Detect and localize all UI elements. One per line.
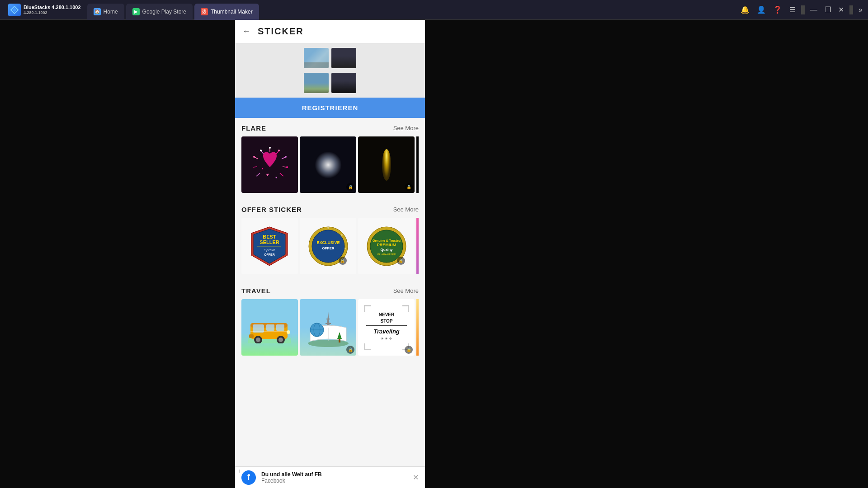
svg-text:GUARANTEED: GUARANTEED bbox=[377, 253, 396, 256]
menu-icon[interactable]: ☰ bbox=[788, 4, 797, 16]
city-container: 🔒 bbox=[300, 299, 356, 356]
offer-see-more[interactable]: See More bbox=[393, 206, 419, 213]
svg-text:NEVER: NEVER bbox=[378, 312, 394, 317]
svg-rect-60 bbox=[339, 339, 340, 343]
svg-line-10 bbox=[256, 173, 260, 176]
scroll-content[interactable]: FLARE See More bbox=[235, 118, 425, 488]
svg-text:BEST: BEST bbox=[263, 234, 276, 239]
svg-rect-46 bbox=[249, 334, 254, 338]
back-button[interactable]: ← bbox=[242, 27, 250, 36]
bluestacks-version: 4.280.1.1002 bbox=[24, 10, 81, 15]
offer-sticker-partial[interactable] bbox=[416, 218, 419, 274]
tab-home[interactable]: 🏠 Home bbox=[87, 4, 124, 20]
register-button[interactable]: REGISTRIEREN bbox=[235, 98, 425, 118]
section-flare: FLARE See More bbox=[235, 118, 425, 193]
svg-text:✈ ✈ ✈: ✈ ✈ ✈ bbox=[381, 337, 392, 341]
bluestacks-icon bbox=[8, 4, 21, 16]
main-area: ← STICKER REGISTRIEREN FLARE See More bbox=[0, 20, 868, 488]
photo-thumb-3[interactable] bbox=[304, 73, 329, 93]
bestseller-badge: BEST SELLER Special OFFER bbox=[250, 226, 289, 267]
svg-point-14 bbox=[286, 166, 288, 168]
divider bbox=[801, 5, 805, 14]
quality-lock: 🔒 bbox=[397, 257, 405, 265]
home-tab-icon: 🏠 bbox=[94, 8, 101, 15]
svg-text:EXCLUSIVE: EXCLUSIVE bbox=[316, 240, 340, 245]
flare-sticker-partial[interactable] bbox=[416, 136, 419, 193]
photo-thumb-2[interactable] bbox=[331, 48, 356, 68]
city-lock: 🔒 bbox=[346, 346, 354, 354]
white-glow-effect bbox=[315, 151, 342, 178]
svg-text:OFFER: OFFER bbox=[264, 253, 275, 256]
van-container bbox=[248, 312, 291, 343]
restore-button[interactable]: ❐ bbox=[823, 4, 833, 16]
tab-thumbnail-maker[interactable]: 🖼 Thumbnail Maker bbox=[194, 4, 259, 20]
travel-partial-content bbox=[416, 299, 419, 356]
flare-sticker-yellow-glow[interactable]: 🔒 bbox=[358, 136, 415, 193]
svg-point-31 bbox=[344, 248, 346, 249]
page-title: STICKER bbox=[258, 26, 304, 37]
photo-row-2 bbox=[240, 73, 420, 93]
svg-text:OFFER: OFFER bbox=[322, 246, 334, 250]
svg-text:STOP: STOP bbox=[380, 319, 392, 324]
photo-thumb-4[interactable] bbox=[331, 73, 356, 93]
close-button[interactable]: ✕ bbox=[836, 4, 846, 16]
offer-sticker-quality[interactable]: Genuine & Trusted PREMIUM Quality GUARAN… bbox=[358, 218, 415, 274]
svg-rect-55 bbox=[326, 323, 331, 324]
travel-sticker-partial[interactable] bbox=[416, 299, 419, 356]
minimize-button[interactable]: — bbox=[808, 4, 819, 16]
svg-point-13 bbox=[285, 156, 287, 158]
svg-point-11 bbox=[269, 147, 271, 149]
tab-thumbnail-maker-label: Thumbnail Maker bbox=[211, 9, 253, 15]
svg-point-48 bbox=[256, 338, 260, 342]
notification-icon[interactable]: 🔔 bbox=[739, 4, 751, 16]
facebook-icon: f bbox=[241, 470, 256, 485]
svg-text:♥: ♥ bbox=[275, 176, 277, 179]
svg-text:Genuine & Trusted: Genuine & Trusted bbox=[372, 239, 400, 242]
offer-sticker-exclusive[interactable]: EXCLUSIVE OFFER 🔒 bbox=[300, 218, 356, 274]
offer-sticker-bestseller[interactable]: BEST SELLER Special OFFER bbox=[241, 218, 298, 274]
ad-close-button[interactable]: ✕ bbox=[413, 473, 419, 482]
ad-banner: i f Du und alle Welt auf FB Facebook ✕ bbox=[235, 466, 425, 488]
flare-sticker-white-glow[interactable]: 🔒 bbox=[300, 136, 356, 193]
left-background bbox=[0, 20, 235, 488]
photo-thumb-1[interactable] bbox=[304, 48, 329, 68]
offer-title: OFFER STICKER bbox=[241, 206, 302, 213]
svg-rect-44 bbox=[266, 324, 274, 331]
svg-text:Special: Special bbox=[264, 249, 275, 252]
tab-google-play[interactable]: ▶ Google Play Store bbox=[126, 4, 193, 20]
travel-title: TRAVEL bbox=[241, 287, 271, 295]
van-svg bbox=[248, 312, 291, 343]
flare-sticker-fireworks[interactable]: ♥ ♥ ♥ bbox=[241, 136, 298, 193]
svg-point-29 bbox=[327, 227, 329, 229]
svg-text:♥: ♥ bbox=[262, 167, 264, 170]
offer-header: OFFER STICKER See More bbox=[241, 206, 419, 213]
svg-point-15 bbox=[260, 150, 262, 151]
text-lock: 🔒 bbox=[405, 346, 413, 354]
bluestacks-name: BlueStacks 4.280.1.1002 bbox=[24, 5, 81, 10]
lock-icon: 🔒 bbox=[346, 183, 354, 191]
svg-text:PREMIUM: PREMIUM bbox=[377, 243, 396, 247]
travel-sticker-van[interactable] bbox=[241, 299, 298, 356]
travel-sticker-city[interactable]: 🔒 bbox=[300, 299, 356, 356]
bestseller-svg: BEST SELLER Special OFFER bbox=[250, 226, 289, 267]
tab-home-label: Home bbox=[104, 9, 118, 15]
tab-google-play-label: Google Play Store bbox=[142, 9, 186, 15]
app-window: ← STICKER REGISTRIEREN FLARE See More bbox=[235, 20, 425, 488]
svg-text:Quality: Quality bbox=[380, 248, 393, 252]
flare-sticker-row: ♥ ♥ ♥ 🔒 🔒 bbox=[241, 136, 419, 193]
exclusive-lock: 🔒 bbox=[339, 257, 347, 265]
offer-sticker-row: BEST SELLER Special OFFER bbox=[241, 218, 419, 274]
flare-see-more[interactable]: See More bbox=[393, 125, 419, 131]
help-icon[interactable]: ❓ bbox=[771, 4, 784, 16]
travel-sticker-text[interactable]: NEVER STOP Traveling ✈ ✈ ✈ bbox=[358, 299, 415, 356]
account-icon[interactable]: 👤 bbox=[755, 4, 768, 16]
photo-preview-area bbox=[235, 43, 425, 98]
taskbar-controls: 🔔 👤 ❓ ☰ — ❐ ✕ » bbox=[739, 4, 864, 16]
section-travel: TRAVEL See More bbox=[235, 281, 425, 356]
ad-title: Du und alle Welt auf FB bbox=[261, 471, 322, 478]
divider2 bbox=[849, 5, 853, 14]
expand-icon[interactable]: » bbox=[857, 4, 864, 16]
travel-see-more[interactable]: See More bbox=[393, 287, 419, 294]
lock-icon-2: 🔒 bbox=[405, 183, 413, 191]
ad-sub: Facebook bbox=[261, 478, 322, 484]
